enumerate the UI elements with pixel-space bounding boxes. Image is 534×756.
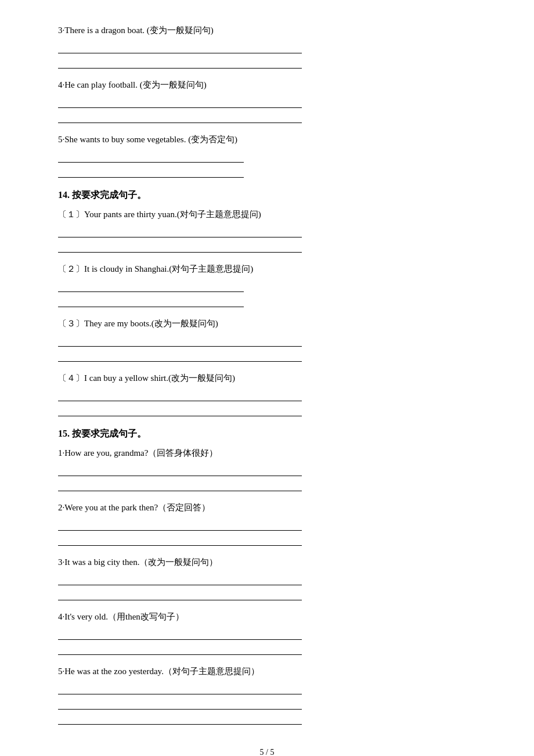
question-15-1: 1·How are you, grandma?（回答身体很好） (58, 446, 476, 491)
answer-line (58, 697, 302, 710)
question-13-5-lines (58, 150, 476, 178)
question-15-4: 4·It's very old.（用then改写句子） (58, 610, 476, 655)
section-14-header: 14. 按要求完成句子。 (58, 189, 476, 201)
question-13-5-prompt: 5·She wants to buy some vegetables. (变为否… (58, 132, 476, 146)
answer-line (58, 225, 302, 237)
answer-line (58, 349, 302, 362)
answer-line (58, 682, 302, 694)
question-13-3: 3·There is a dragon boat. (变为一般疑问句) (58, 23, 476, 69)
question-15-5-lines (58, 682, 476, 725)
question-14-3-lines (58, 334, 476, 362)
question-15-5-prompt: 5·He was at the zoo yesterday.（对句子主题意思提问… (58, 664, 476, 678)
answer-line (58, 165, 244, 178)
question-15-1-lines (58, 463, 476, 491)
answer-line (58, 41, 302, 53)
question-14-4-prompt: 〔４〕I can buy a yellow shirt.(改为一般疑问句) (58, 371, 476, 385)
question-14-2-lines (58, 279, 476, 307)
answer-line (58, 294, 244, 307)
answer-line (58, 712, 302, 725)
answer-line (58, 150, 244, 163)
section-15: 15. 按要求完成句子。 1·How are you, grandma?（回答身… (58, 428, 476, 725)
answer-line (58, 334, 302, 347)
answer-line (58, 642, 302, 655)
question-13-3-lines (58, 41, 476, 69)
section-15-header: 15. 按要求完成句子。 (58, 428, 476, 440)
question-13-4-prompt: 4·He can play football. (变为一般疑问句) (58, 78, 476, 92)
answer-line (58, 279, 244, 292)
question-14-2: 〔２〕It is cloudy in Shanghai.(对句子主题意思提问) (58, 262, 476, 307)
answer-line (58, 518, 302, 531)
answer-line (58, 95, 302, 108)
question-13-5: 5·She wants to buy some vegetables. (变为否… (58, 132, 476, 178)
question-15-3: 3·It was a big city then.（改为一般疑问句） (58, 555, 476, 600)
question-14-3-prompt: 〔３〕They are my boots.(改为一般疑问句) (58, 316, 476, 330)
question-13-4-lines (58, 95, 476, 123)
question-15-1-prompt: 1·How are you, grandma?（回答身体很好） (58, 446, 476, 460)
question-15-2-lines (58, 518, 476, 546)
answer-line (58, 627, 302, 640)
section-13-continued: 3·There is a dragon boat. (变为一般疑问句) 4·He… (58, 23, 476, 178)
answer-line (58, 533, 302, 546)
question-15-2-prompt: 2·Were you at the park then?（否定回答） (58, 501, 476, 514)
question-14-3: 〔３〕They are my boots.(改为一般疑问句) (58, 316, 476, 362)
question-14-4: 〔４〕I can buy a yellow shirt.(改为一般疑问句) (58, 371, 476, 416)
answer-line (58, 110, 302, 123)
question-15-4-lines (58, 627, 476, 655)
answer-line (58, 588, 302, 600)
answer-line (58, 56, 302, 69)
section-14: 14. 按要求完成句子。 〔１〕Your pants are thirty yu… (58, 189, 476, 416)
question-14-1: 〔１〕Your pants are thirty yuan.(对句子主题意思提问… (58, 207, 476, 253)
question-14-2-prompt: 〔２〕It is cloudy in Shanghai.(对句子主题意思提问) (58, 262, 476, 276)
question-14-4-lines (58, 388, 476, 416)
question-13-3-prompt: 3·There is a dragon boat. (变为一般疑问句) (58, 23, 476, 37)
question-13-4: 4·He can play football. (变为一般疑问句) (58, 78, 476, 123)
answer-line (58, 478, 302, 491)
answer-line (58, 463, 302, 476)
question-15-3-prompt: 3·It was a big city then.（改为一般疑问句） (58, 555, 476, 569)
question-15-3-lines (58, 573, 476, 600)
answer-line (58, 573, 302, 585)
question-15-5: 5·He was at the zoo yesterday.（对句子主题意思提问… (58, 664, 476, 725)
question-14-1-lines (58, 225, 476, 253)
page-number: 5 / 5 (58, 748, 476, 756)
answer-line (58, 240, 302, 253)
question-15-4-prompt: 4·It's very old.（用then改写句子） (58, 610, 476, 624)
answer-line (58, 388, 302, 401)
answer-line (58, 404, 302, 416)
question-15-2: 2·Were you at the park then?（否定回答） (58, 501, 476, 546)
question-14-1-prompt: 〔１〕Your pants are thirty yuan.(对句子主题意思提问… (58, 207, 476, 221)
